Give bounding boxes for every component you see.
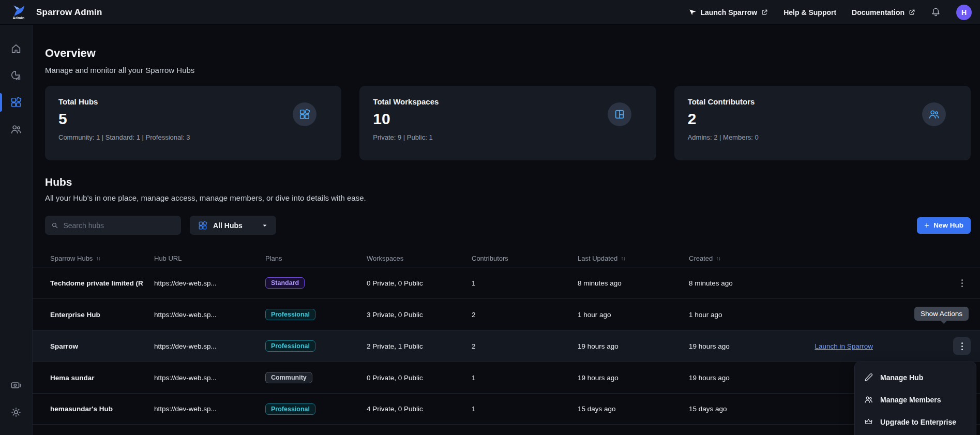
table-row-enterprise-hub: Enterprise Hub https://dev-web.sp... Pro… — [33, 298, 980, 330]
help-support-link[interactable]: Help & Support — [783, 8, 836, 17]
members-icon — [10, 124, 22, 135]
last-updated-cell: 19 hours ago — [578, 374, 689, 382]
sidebar — [0, 25, 33, 435]
created-cell: 8 minutes ago — [689, 279, 800, 287]
stat-card-title: Total Workspaces — [373, 97, 642, 106]
members-icon — [864, 395, 873, 404]
stat-card-total-hubs: Total Hubs 5 Community: 1 | Standard: 1 … — [45, 86, 341, 160]
hub-name: hemasundar's Hub — [50, 405, 154, 413]
app-title: Sparrow Admin — [36, 7, 102, 18]
created-cell: 19 hours ago — [689, 342, 800, 350]
page-subtitle: Manage and monitor all your Sparrow Hubs — [45, 66, 971, 74]
contributors-cell: 2 — [472, 342, 578, 350]
external-link-icon — [761, 9, 768, 16]
plan-badge: Community — [265, 372, 312, 383]
last-updated-cell: 1 hour ago — [578, 311, 689, 319]
row-actions-kebab-icon[interactable] — [953, 337, 971, 355]
workspaces-cell: 0 Private, 0 Public — [367, 374, 472, 382]
row-actions-context-menu: Manage Hub Manage Members Upgrade to Ent… — [854, 362, 976, 435]
workspaces-cell: 2 Private, 1 Public — [367, 342, 472, 350]
plus-icon: + — [924, 221, 929, 230]
crown-icon — [864, 417, 873, 426]
plan-badge: Professional — [265, 403, 315, 415]
launch-in-sparrow-link[interactable]: Launch in Sparrow — [815, 342, 873, 350]
search-hubs-box — [45, 216, 181, 235]
contributors-cell: 1 — [472, 279, 578, 287]
stat-cards: Total Hubs 5 Community: 1 | Standard: 1 … — [45, 86, 971, 160]
sidebar-item-home[interactable] — [0, 35, 33, 62]
settings-gear-icon — [10, 407, 22, 418]
sidebar-item-billing[interactable] — [0, 372, 33, 399]
workspaces-cell: 3 Private, 0 Public — [367, 311, 472, 319]
user-avatar[interactable]: H — [956, 5, 972, 20]
external-link-icon — [909, 9, 915, 16]
plan-badge: Standard — [265, 277, 305, 289]
stat-card-detail: Private: 9 | Public: 1 — [373, 133, 642, 141]
search-icon — [51, 221, 58, 230]
last-updated-cell: 15 days ago — [578, 405, 689, 413]
column-header-last-updated[interactable]: Last Updated ↑↓ — [578, 254, 689, 262]
hub-name: Hema sundar — [50, 374, 154, 382]
menu-item-manage-members[interactable]: Manage Members — [858, 388, 973, 411]
launch-sparrow-link[interactable]: Launch Sparrow — [689, 8, 768, 17]
stat-card-total-contributors: Total Contributors 2 Admins: 2 | Members… — [674, 86, 971, 160]
new-hub-button[interactable]: + New Hub — [917, 217, 971, 234]
stat-card-value: 10 — [373, 110, 642, 128]
stat-card-title: Total Hubs — [58, 97, 328, 106]
column-header-sparrow-hubs[interactable]: Sparrow Hubs ↑↓ — [50, 254, 154, 262]
stat-card-value: 5 — [58, 110, 328, 128]
search-hubs-input[interactable] — [63, 221, 175, 230]
table-row-hema-sundar: Hema sundar https://dev-web.sp... Commun… — [33, 362, 980, 393]
table-row-techdome: Techdome private limited (R https://dev-… — [33, 267, 980, 298]
table-header-row: Sparrow Hubs ↑↓ Hub URL Plans Workspaces… — [33, 249, 980, 267]
created-cell: 1 hour ago — [689, 311, 800, 319]
hubs-icon — [198, 221, 207, 230]
help-support-label: Help & Support — [783, 8, 836, 17]
sort-icon: ↑↓ — [621, 255, 625, 261]
hubs-section-title: Hubs — [45, 176, 971, 188]
column-header-contributors: Contributors — [472, 254, 578, 262]
sparrow-logo: Admin — [8, 5, 29, 20]
column-header-plans: Plans — [265, 254, 367, 262]
sidebar-item-members[interactable] — [0, 116, 33, 143]
brand: Admin Sparrow Admin — [8, 5, 102, 20]
contributors-icon — [922, 102, 946, 126]
column-header-created[interactable]: Created ↑↓ — [689, 254, 800, 262]
column-header-hub-url: Hub URL — [154, 254, 265, 262]
workspace-icon — [608, 102, 631, 126]
page-title: Overview — [45, 47, 971, 60]
last-updated-cell: 8 minutes ago — [578, 279, 689, 287]
chevron-down-icon — [262, 222, 268, 229]
hub-url: https://dev-web.sp... — [154, 342, 265, 350]
hub-url: https://dev-web.sp... — [154, 374, 265, 382]
sidebar-item-settings[interactable] — [0, 399, 33, 426]
workspaces-cell: 0 Private, 0 Public — [367, 279, 472, 287]
plan-badge: Professional — [265, 340, 315, 352]
hubs-controls: All Hubs + New Hub — [45, 216, 971, 235]
hub-filter-value: All Hubs — [213, 221, 243, 230]
documentation-link[interactable]: Documentation — [852, 8, 915, 17]
sort-icon: ↑↓ — [716, 255, 720, 261]
hub-name: Sparrow — [50, 342, 154, 350]
hub-filter-dropdown[interactable]: All Hubs — [190, 216, 276, 235]
menu-item-manage-hub[interactable]: Manage Hub — [858, 366, 973, 388]
analytics-icon — [10, 70, 22, 81]
logo-admin-label: Admin — [13, 16, 25, 20]
contributors-cell: 2 — [472, 311, 578, 319]
hub-icon — [293, 102, 316, 126]
sidebar-item-analytics[interactable] — [0, 62, 33, 89]
launch-sparrow-label: Launch Sparrow — [701, 8, 758, 17]
table-row-sparrow: Sparrow https://dev-web.sp... Profession… — [33, 330, 980, 362]
contributors-cell: 1 — [472, 405, 578, 413]
row-actions-kebab-icon[interactable] — [953, 274, 971, 292]
new-hub-label: New Hub — [933, 221, 963, 229]
documentation-label: Documentation — [852, 8, 904, 17]
pencil-icon — [864, 373, 873, 382]
hub-name: Enterprise Hub — [50, 311, 154, 319]
notifications-bell-icon[interactable] — [931, 7, 941, 17]
sidebar-item-hubs[interactable] — [0, 89, 33, 116]
created-cell: 15 days ago — [689, 405, 800, 413]
hubs-table: Sparrow Hubs ↑↓ Hub URL Plans Workspaces… — [33, 249, 980, 425]
menu-item-upgrade-enterprise[interactable]: Upgrade to Enterprise — [858, 411, 973, 433]
sort-icon: ↑↓ — [96, 255, 100, 261]
